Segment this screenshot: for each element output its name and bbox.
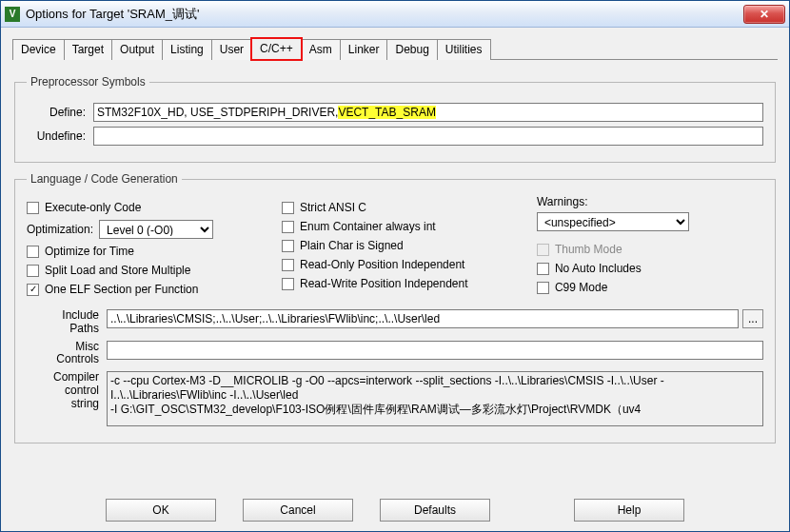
execute-only-checkbox[interactable]: Execute-only Code (27, 201, 265, 214)
language-codegen-group: Language / Code Generation Execute-only … (14, 172, 776, 443)
checkbox-icon (282, 202, 294, 214)
checkbox-icon (27, 265, 39, 277)
define-label: Define: (27, 106, 93, 119)
enum-int-checkbox[interactable]: Enum Container always int (282, 220, 520, 233)
dialog-footer: OK Cancel Defaults Help (1, 499, 789, 522)
no-auto-includes-checkbox[interactable]: No Auto Includes (537, 262, 763, 275)
define-value-highlight: VECT_TAB_SRAM (338, 106, 435, 119)
checkbox-icon (537, 282, 549, 294)
tab-listing[interactable]: Listing (162, 39, 212, 60)
checkbox-icon (282, 221, 294, 233)
define-value-plain: STM32F10X_HD, USE_STDPERIPH_DRIVER, (97, 106, 338, 119)
options-dialog: V Options for Target 'SRAM_调试' ✕ Device … (0, 0, 790, 532)
optimization-combo[interactable]: Level 0 (-O0) (99, 220, 213, 239)
one-elf-checkbox[interactable]: ✓ One ELF Section per Function (27, 283, 265, 296)
undefine-label: Undefine: (27, 129, 93, 143)
checkbox-icon (27, 246, 39, 258)
plain-char-checkbox[interactable]: Plain Char is Signed (282, 239, 520, 252)
tab-user[interactable]: User (211, 39, 252, 60)
close-icon: ✕ (760, 8, 769, 21)
misc-controls-label: Misc Controls (27, 341, 107, 367)
cancel-button[interactable]: Cancel (243, 499, 353, 522)
strict-ansi-checkbox[interactable]: Strict ANSI C (282, 201, 520, 214)
warnings-label: Warnings: (537, 195, 763, 208)
checkbox-icon (282, 259, 294, 271)
lang-col-mid: Strict ANSI C Enum Container always int … (282, 195, 520, 302)
checkbox-icon (537, 263, 549, 275)
tab-asm[interactable]: Asm (301, 39, 341, 60)
split-load-checkbox[interactable]: Split Load and Store Multiple (27, 264, 265, 277)
compiler-string-box[interactable]: -c --cpu Cortex-M3 -D__MICROLIB -g -O0 -… (107, 371, 763, 426)
lang-col-left: Execute-only Code Optimization: Level 0 … (27, 195, 265, 302)
compiler-string-label: Compiler control string (27, 371, 107, 410)
tab-strip: Device Target Output Listing User C/C++ … (1, 28, 789, 59)
optimization-label: Optimization: (27, 223, 93, 236)
tab-output[interactable]: Output (111, 39, 163, 60)
warnings-combo[interactable]: <unspecified> (537, 212, 689, 231)
checkbox-icon (27, 202, 39, 214)
defaults-button[interactable]: Defaults (380, 499, 490, 522)
c99-mode-checkbox[interactable]: C99 Mode (537, 281, 763, 294)
tab-linker[interactable]: Linker (340, 39, 388, 60)
tab-utilities[interactable]: Utilities (437, 39, 491, 60)
misc-controls-input[interactable] (107, 341, 763, 360)
include-paths-label: Include Paths (27, 309, 107, 336)
include-paths-browse-button[interactable]: ... (742, 309, 763, 328)
tab-panel-c-cpp: Preprocessor Symbols Define: STM32F10X_H… (1, 60, 789, 443)
preprocessor-legend: Preprocessor Symbols (27, 75, 149, 89)
tab-device[interactable]: Device (12, 39, 65, 60)
lang-col-right: Warnings: <unspecified> Thumb Mode No Au… (537, 195, 763, 302)
checkbox-icon (537, 244, 549, 256)
optimize-time-checkbox[interactable]: Optimize for Time (27, 245, 265, 258)
thumb-mode-checkbox: Thumb Mode (537, 243, 763, 256)
ro-pi-checkbox[interactable]: Read-Only Position Independent (282, 258, 520, 271)
language-legend: Language / Code Generation (27, 172, 182, 186)
define-input[interactable]: STM32F10X_HD, USE_STDPERIPH_DRIVER,VECT_… (93, 103, 763, 122)
checkbox-icon (282, 240, 294, 252)
preprocessor-group: Preprocessor Symbols Define: STM32F10X_H… (14, 75, 776, 163)
check-icon: ✓ (27, 284, 39, 296)
ok-button[interactable]: OK (106, 499, 216, 522)
window-title: Options for Target 'SRAM_调试' (26, 6, 743, 23)
rw-pi-checkbox[interactable]: Read-Write Position Independent (282, 277, 520, 290)
close-button[interactable]: ✕ (743, 5, 785, 24)
tab-c-cpp[interactable]: C/C++ (251, 38, 302, 60)
tab-debug[interactable]: Debug (386, 39, 437, 60)
checkbox-icon (282, 278, 294, 290)
undefine-input[interactable] (93, 127, 763, 146)
app-icon: V (5, 7, 20, 22)
tab-target[interactable]: Target (64, 39, 112, 60)
include-paths-input[interactable] (107, 309, 739, 328)
titlebar: V Options for Target 'SRAM_调试' ✕ (1, 1, 789, 28)
help-button[interactable]: Help (574, 499, 684, 522)
